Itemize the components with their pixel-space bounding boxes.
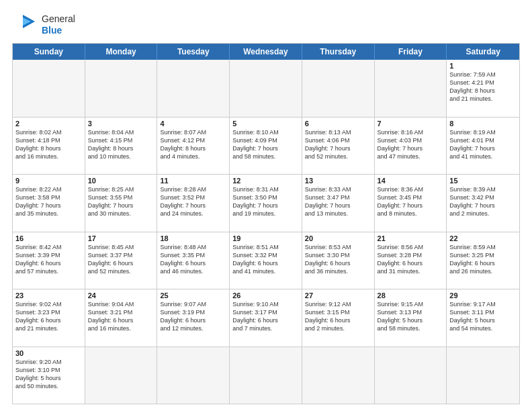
day-number: 10 [88, 177, 154, 185]
day-cell-28: 28Sunrise: 9:15 AM Sunset: 3:13 PM Dayli… [375, 289, 447, 347]
empty-cell [85, 60, 158, 117]
empty-cell [302, 60, 375, 117]
day-info: Sunrise: 8:28 AM Sunset: 3:52 PM Dayligh… [160, 185, 226, 218]
day-number: 19 [232, 234, 299, 242]
page-header: GeneralBlue [12, 12, 520, 38]
day-info: Sunrise: 7:59 AM Sunset: 4:21 PM Dayligh… [449, 71, 517, 103]
day-number: 2 [15, 120, 82, 128]
day-info: Sunrise: 9:20 AM Sunset: 3:10 PM Dayligh… [15, 358, 82, 391]
day-number: 14 [378, 177, 444, 185]
day-cell-20: 20Sunrise: 8:53 AM Sunset: 3:30 PM Dayli… [302, 232, 375, 289]
calendar-row-3: 16Sunrise: 8:42 AM Sunset: 3:39 PM Dayli… [13, 232, 519, 290]
calendar-row-5: 30Sunrise: 9:20 AM Sunset: 3:10 PM Dayli… [13, 347, 519, 404]
logo-text-block: GeneralBlue [42, 13, 75, 36]
day-cell-30: 30Sunrise: 9:20 AM Sunset: 3:10 PM Dayli… [13, 347, 85, 404]
empty-cell [375, 60, 447, 117]
day-info: Sunrise: 8:02 AM Sunset: 4:18 PM Dayligh… [15, 128, 82, 161]
day-number: 7 [378, 120, 444, 128]
empty-cell [85, 347, 158, 404]
weekday-header-saturday: Saturday [447, 44, 519, 60]
weekday-header-sunday: Sunday [13, 44, 85, 60]
weekday-header-tuesday: Tuesday [157, 44, 230, 60]
day-cell-24: 24Sunrise: 9:04 AM Sunset: 3:21 PM Dayli… [85, 289, 158, 347]
day-number: 9 [15, 177, 82, 185]
day-number: 11 [160, 177, 226, 185]
day-cell-9: 9Sunrise: 8:22 AM Sunset: 3:58 PM Daylig… [13, 175, 85, 232]
day-number: 27 [305, 291, 371, 300]
day-info: Sunrise: 8:07 AM Sunset: 4:12 PM Dayligh… [160, 128, 226, 161]
empty-cell [375, 347, 447, 404]
day-info: Sunrise: 9:10 AM Sunset: 3:17 PM Dayligh… [232, 300, 299, 333]
calendar: SundayMondayTuesdayWednesdayThursdayFrid… [12, 43, 520, 404]
day-cell-2: 2Sunrise: 8:02 AM Sunset: 4:18 PM Daylig… [13, 118, 85, 175]
day-number: 29 [449, 291, 517, 300]
day-number: 3 [88, 120, 154, 128]
day-cell-22: 22Sunrise: 8:59 AM Sunset: 3:25 PM Dayli… [447, 232, 519, 289]
day-cell-15: 15Sunrise: 8:39 AM Sunset: 3:42 PM Dayli… [447, 175, 519, 232]
day-cell-18: 18Sunrise: 8:48 AM Sunset: 3:35 PM Dayli… [157, 232, 230, 289]
day-info: Sunrise: 8:59 AM Sunset: 3:25 PM Dayligh… [449, 243, 517, 276]
weekday-header-wednesday: Wednesday [230, 44, 302, 60]
day-cell-3: 3Sunrise: 8:04 AM Sunset: 4:15 PM Daylig… [85, 118, 158, 175]
day-info: Sunrise: 8:42 AM Sunset: 3:39 PM Dayligh… [15, 243, 82, 276]
weekday-header-friday: Friday [375, 44, 447, 60]
day-number: 30 [15, 349, 82, 357]
day-cell-27: 27Sunrise: 9:12 AM Sunset: 3:15 PM Dayli… [302, 289, 375, 347]
logo: GeneralBlue [12, 12, 75, 38]
day-number: 17 [88, 234, 154, 242]
day-cell-29: 29Sunrise: 9:17 AM Sunset: 3:11 PM Dayli… [447, 289, 519, 347]
day-number: 21 [378, 234, 444, 242]
day-cell-13: 13Sunrise: 8:33 AM Sunset: 3:47 PM Dayli… [302, 175, 375, 232]
day-number: 24 [88, 291, 154, 300]
day-cell-8: 8Sunrise: 8:19 AM Sunset: 4:01 PM Daylig… [447, 118, 519, 175]
logo-blue: Blue [42, 25, 75, 36]
weekday-header-thursday: Thursday [302, 44, 375, 60]
day-info: Sunrise: 9:12 AM Sunset: 3:15 PM Dayligh… [305, 300, 371, 333]
calendar-row-2: 9Sunrise: 8:22 AM Sunset: 3:58 PM Daylig… [13, 175, 519, 232]
day-cell-19: 19Sunrise: 8:51 AM Sunset: 3:32 PM Dayli… [230, 232, 302, 289]
day-cell-4: 4Sunrise: 8:07 AM Sunset: 4:12 PM Daylig… [157, 118, 230, 175]
calendar-body: 1Sunrise: 7:59 AM Sunset: 4:21 PM Daylig… [13, 60, 519, 404]
day-number: 16 [15, 234, 82, 242]
day-cell-16: 16Sunrise: 8:42 AM Sunset: 3:39 PM Dayli… [13, 232, 85, 289]
day-info: Sunrise: 8:36 AM Sunset: 3:45 PM Dayligh… [378, 185, 444, 218]
day-info: Sunrise: 8:10 AM Sunset: 4:09 PM Dayligh… [232, 128, 299, 161]
day-cell-21: 21Sunrise: 8:56 AM Sunset: 3:28 PM Dayli… [375, 232, 447, 289]
day-info: Sunrise: 8:16 AM Sunset: 4:03 PM Dayligh… [378, 128, 444, 161]
day-number: 22 [449, 234, 517, 242]
day-number: 23 [15, 291, 82, 300]
day-cell-11: 11Sunrise: 8:28 AM Sunset: 3:52 PM Dayli… [157, 175, 230, 232]
day-cell-12: 12Sunrise: 8:31 AM Sunset: 3:50 PM Dayli… [230, 175, 302, 232]
day-cell-6: 6Sunrise: 8:13 AM Sunset: 4:06 PM Daylig… [302, 118, 375, 175]
logo-svg [12, 12, 38, 38]
day-info: Sunrise: 8:53 AM Sunset: 3:30 PM Dayligh… [305, 243, 371, 276]
day-info: Sunrise: 8:04 AM Sunset: 4:15 PM Dayligh… [88, 128, 154, 161]
day-number: 28 [378, 291, 444, 300]
day-number: 18 [160, 234, 226, 242]
day-info: Sunrise: 9:07 AM Sunset: 3:19 PM Dayligh… [160, 300, 226, 333]
day-info: Sunrise: 8:19 AM Sunset: 4:01 PM Dayligh… [449, 128, 517, 161]
day-info: Sunrise: 8:33 AM Sunset: 3:47 PM Dayligh… [305, 185, 371, 218]
day-cell-26: 26Sunrise: 9:10 AM Sunset: 3:17 PM Dayli… [230, 289, 302, 347]
empty-cell [157, 347, 230, 404]
day-info: Sunrise: 9:02 AM Sunset: 3:23 PM Dayligh… [15, 300, 82, 333]
weekday-header-monday: Monday [85, 44, 158, 60]
calendar-header: SundayMondayTuesdayWednesdayThursdayFrid… [13, 44, 519, 60]
day-number: 26 [232, 291, 299, 300]
day-info: Sunrise: 9:17 AM Sunset: 3:11 PM Dayligh… [449, 300, 517, 333]
day-number: 12 [232, 177, 299, 185]
day-cell-1: 1Sunrise: 7:59 AM Sunset: 4:21 PM Daylig… [447, 60, 519, 117]
calendar-row-0: 1Sunrise: 7:59 AM Sunset: 4:21 PM Daylig… [13, 60, 519, 118]
day-info: Sunrise: 8:48 AM Sunset: 3:35 PM Dayligh… [160, 243, 226, 276]
day-cell-17: 17Sunrise: 8:45 AM Sunset: 3:37 PM Dayli… [85, 232, 158, 289]
day-info: Sunrise: 9:15 AM Sunset: 3:13 PM Dayligh… [378, 300, 444, 333]
day-info: Sunrise: 8:56 AM Sunset: 3:28 PM Dayligh… [378, 243, 444, 276]
day-number: 5 [232, 120, 299, 128]
day-number: 13 [305, 177, 371, 185]
empty-cell [157, 60, 230, 117]
day-number: 8 [449, 120, 517, 128]
calendar-row-4: 23Sunrise: 9:02 AM Sunset: 3:23 PM Dayli… [13, 289, 519, 347]
day-cell-10: 10Sunrise: 8:25 AM Sunset: 3:55 PM Dayli… [85, 175, 158, 232]
empty-cell [302, 347, 375, 404]
day-number: 4 [160, 120, 226, 128]
